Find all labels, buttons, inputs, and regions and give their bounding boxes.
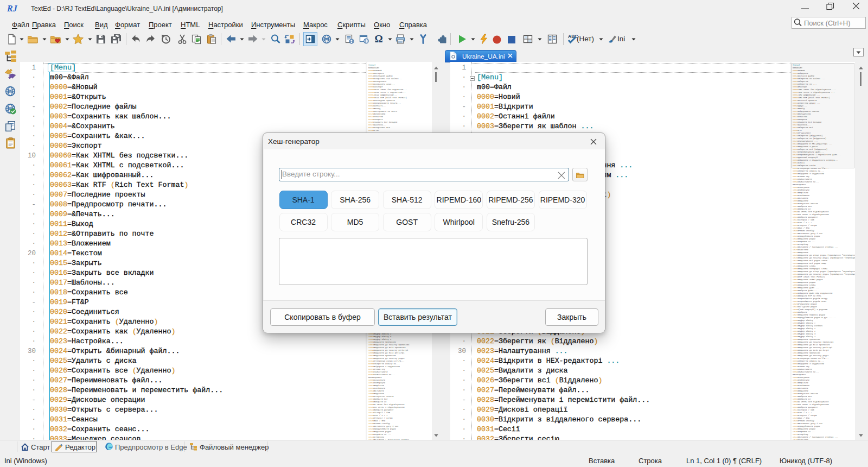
svg-text:Ω: Ω: [374, 34, 382, 45]
svg-text:RJ: RJ: [7, 4, 18, 13]
